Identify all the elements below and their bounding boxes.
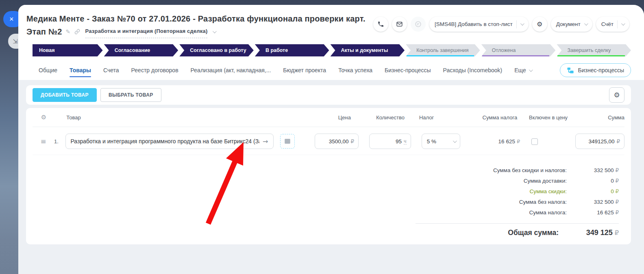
- page-title: Медика Менте - Заказ №70 от 27.01.2026 -…: [26, 13, 417, 38]
- deal-title-line1: Медика Менте - Заказ №70 от 27.01.2026 -…: [26, 13, 417, 25]
- dock-corner-icon: ⇲: [13, 38, 18, 45]
- total-label: Сумма без налога:: [416, 199, 567, 205]
- tax-value: 5 %: [427, 138, 436, 145]
- chat-button[interactable]: [411, 17, 426, 32]
- stage-zavershit-sdelku[interactable]: Завершить сделку: [557, 44, 631, 56]
- tax-included-checkbox[interactable]: [531, 138, 538, 145]
- divider: [617, 20, 618, 28]
- ruble-sign: ₽: [517, 138, 520, 145]
- tab-tochka-uspekha[interactable]: Точка успеха: [338, 62, 372, 79]
- settings-button[interactable]: ⚙: [532, 17, 547, 32]
- quantity-value: 95: [396, 138, 402, 145]
- tab-more-label: Еще: [514, 67, 526, 73]
- product-name-input[interactable]: Разработка и интеграция программного про…: [65, 134, 274, 149]
- tab-biznes-protsessy[interactable]: Бизнес-процессы: [385, 62, 431, 79]
- ruble-sign: ₽: [616, 138, 620, 145]
- tab-reestr-dogovorov[interactable]: Реестр договоров: [131, 62, 178, 79]
- pipeline-selector[interactable]: Разработка и интеграция (Повторная сделк…: [85, 25, 208, 38]
- total-value: 332 500: [594, 167, 614, 173]
- stage-label: Контроль завершения: [416, 47, 469, 53]
- business-processes-label: Бизнес-процессы: [578, 67, 624, 73]
- drag-handle-icon[interactable]: ≡: [40, 137, 46, 145]
- product-image-placeholder[interactable]: [280, 134, 295, 149]
- deal-tabs: Общие Товары Счета Реестр договоров Реал…: [26, 60, 644, 80]
- stage-label: Отложена: [492, 47, 516, 53]
- stage-novaya[interactable]: Новая: [33, 44, 103, 56]
- total-line-delivery: Сумма доставки: 0 ₽: [416, 175, 619, 186]
- total-label: Сумма доставки:: [416, 178, 567, 184]
- business-processes-button[interactable]: Бизнес-процессы: [560, 63, 631, 77]
- product-name-value: Разработка и интеграция программного про…: [71, 138, 260, 145]
- ruble-sign: ₽: [351, 138, 355, 145]
- stage-v-rabote[interactable]: В работе: [255, 44, 329, 56]
- email-button[interactable]: [392, 17, 407, 32]
- chevron-down-icon: [213, 29, 217, 33]
- tax-select[interactable]: 5 %: [422, 134, 460, 149]
- deal-slider-panel: Медика Менте - Заказ №70 от 27.01.2026 -…: [18, 5, 644, 274]
- totals-divider: [416, 223, 619, 224]
- stage-label: Акты и документы: [341, 47, 388, 53]
- open-product-arrow-icon[interactable]: →: [263, 138, 268, 145]
- total-label: Сумма без скидки и налогов:: [416, 167, 567, 173]
- close-icon: ×: [9, 15, 14, 24]
- tab-byudzhet-proekta[interactable]: Бюджет проекта: [283, 62, 326, 79]
- column-settings-gear-icon[interactable]: ⚙: [41, 114, 46, 121]
- ruble-sign: ₽: [615, 209, 619, 216]
- ruble-sign: ₽: [615, 188, 619, 194]
- header-actions: [SMS4B] Добавить в стоп-лист ⚙ Документ …: [373, 17, 629, 32]
- quantity-unit[interactable]: ч: [404, 138, 407, 145]
- ruble-sign: ₽: [615, 177, 619, 184]
- total-line-without-tax: Сумма без налога: 332 500 ₽: [416, 196, 619, 207]
- sum-value: 349125,00: [589, 138, 615, 145]
- stage-akty-i-dokumenty[interactable]: Акты и документы: [331, 44, 405, 56]
- gear-icon: ⚙: [614, 91, 620, 99]
- grand-total-value: 349 125: [586, 229, 613, 237]
- ruble-sign: ₽: [615, 198, 619, 205]
- add-product-button[interactable]: ДОБАВИТЬ ТОВАР: [33, 88, 97, 102]
- chevron-down-icon: [520, 22, 524, 26]
- column-product: Товар: [66, 114, 263, 121]
- products-toolbar: ДОБАВИТЬ ТОВАР ВЫБРАТЬ ТОВАР ⚙: [26, 85, 631, 105]
- edit-title-icon[interactable]: ✎: [66, 26, 71, 38]
- chevron-down-icon: [621, 22, 625, 26]
- quantity-input[interactable]: 95 ч: [369, 134, 411, 149]
- stage-label: Согласование: [115, 47, 150, 53]
- products-table: ⚙ Товар Цена Количество Налог Сумма нало…: [26, 108, 631, 244]
- tab-obshchie[interactable]: Общие: [39, 62, 57, 79]
- deal-stage-bar: Новая Согласование Согласовано в работу …: [33, 44, 631, 56]
- price-input[interactable]: 3500,00 ₽: [315, 134, 359, 149]
- stage-soglasovanie[interactable]: Согласование: [104, 44, 178, 56]
- total-line-discount: Сумма скидки: 0 ₽: [416, 186, 619, 196]
- row-index: 1.: [54, 138, 65, 145]
- tab-raskhody-incomebook[interactable]: Расходы (Incomebook): [443, 62, 503, 79]
- select-product-button[interactable]: ВЫБРАТЬ ТОВАР: [100, 88, 161, 102]
- ruble-sign: ₽: [615, 229, 619, 237]
- copy-link-icon[interactable]: [74, 29, 80, 35]
- stage-otlozhena[interactable]: Отложена: [481, 44, 556, 56]
- invoice-button[interactable]: Счёт: [596, 17, 629, 32]
- stage-kontrol-zaversheniya[interactable]: Контроль завершения: [406, 44, 480, 56]
- column-price: Цена: [305, 114, 351, 121]
- ruble-sign: ₽: [615, 167, 619, 173]
- stage-soglasovano-v-rabotu[interactable]: Согласовано в работу: [179, 44, 254, 56]
- chat-bubble-icon: [415, 21, 422, 28]
- tax-sum-value: 16 625: [498, 138, 515, 145]
- stage-label: Согласовано в работу: [190, 47, 246, 53]
- column-included-in-price: Включен в цену: [523, 114, 574, 121]
- chevron-down-icon: [584, 22, 588, 26]
- sms-stoplist-button[interactable]: [SMS4B] Добавить в стоп-лист: [429, 17, 529, 32]
- tab-tovary[interactable]: Товары: [70, 62, 91, 79]
- total-label: Сумма налога:: [416, 209, 567, 216]
- phone-icon: [377, 21, 384, 28]
- invoice-label: Счёт: [601, 21, 614, 27]
- table-settings-button[interactable]: ⚙: [609, 87, 624, 103]
- tab-more[interactable]: Еще: [514, 62, 532, 79]
- call-button[interactable]: [373, 17, 388, 32]
- total-value: 0: [611, 188, 614, 194]
- sum-input[interactable]: 349125,00 ₽: [575, 134, 624, 149]
- tab-scheta[interactable]: Счета: [103, 62, 119, 79]
- tab-realizatsiya[interactable]: Реализация (акт, накладная,...: [191, 62, 271, 79]
- table-header-row: ⚙ Товар Цена Количество Налог Сумма нало…: [33, 108, 624, 127]
- document-button[interactable]: Документ: [551, 17, 592, 32]
- grand-total-line: Общая сумма: 349 125 ₽: [416, 229, 619, 237]
